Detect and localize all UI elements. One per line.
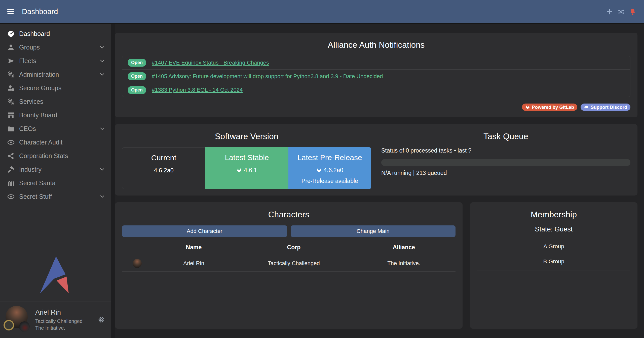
membership-group: B Group	[477, 255, 630, 270]
status-badge: Open	[128, 72, 146, 80]
sidebar-item-secret-santa[interactable]: Secret Santa	[0, 176, 111, 190]
software-version-title: Software Version	[122, 132, 371, 141]
user-alliance: The Initiative.	[35, 325, 83, 331]
status-badge: Open	[128, 59, 146, 67]
task-queue-status: Status of 0 processed tasks • last ?	[381, 147, 630, 154]
settings-gear-icon[interactable]	[98, 316, 105, 323]
sidebar-item-bounty-board[interactable]: Bounty Board	[0, 108, 111, 122]
chevron-down-icon	[99, 166, 105, 172]
change-main-button[interactable]: Change Main	[291, 225, 456, 237]
characters-panel: Characters Add Character Change Main Nam…	[115, 202, 463, 329]
support-discord-badge[interactable]: Support Discord	[581, 104, 630, 111]
sidebar: Dashboard Groups Fleets Administration	[0, 24, 111, 338]
gitlab-icon	[237, 168, 242, 173]
version-cards: Current 4.6.2a0 Latest Stable 4.6.1 Late…	[122, 147, 371, 189]
task-queue-progressbar	[381, 159, 630, 166]
menu-toggle-icon[interactable]	[7, 9, 14, 14]
gifts-icon	[7, 179, 15, 187]
character-alliance: The Initiative.	[352, 260, 456, 267]
alliance-auth-logo	[0, 256, 111, 296]
notification-link[interactable]: #1383 Python 3.8 EOL - 14 Oct 2024	[152, 87, 243, 93]
membership-state: State: Guest	[477, 225, 630, 233]
eye-icon	[7, 193, 15, 201]
notifications-title: Alliance Auth Notifications	[122, 40, 630, 50]
sidebar-item-ceos[interactable]: CEOs	[0, 122, 111, 135]
chevron-down-icon	[99, 126, 105, 132]
add-character-button[interactable]: Add Character	[122, 225, 287, 237]
corp-logo-badge	[4, 320, 14, 330]
character-corp: Tactically Challenged	[236, 260, 352, 267]
gitlab-icon	[316, 168, 322, 173]
version-taskqueue-panel: Software Version Current 4.6.2a0 Latest …	[115, 124, 637, 196]
sidebar-item-industry[interactable]: Industry	[0, 163, 111, 176]
navbar-actions	[606, 8, 644, 16]
character-name: Ariel Rin	[152, 260, 235, 267]
sidebar-item-administration[interactable]: Administration	[0, 68, 111, 81]
user-panel: Ariel Rin Tactically Challenged The Init…	[0, 302, 111, 338]
top-navbar: Dashboard	[0, 0, 644, 24]
task-queue-section: Task Queue Status of 0 processed tasks •…	[381, 130, 630, 189]
hammer-icon	[7, 166, 15, 173]
version-card-latest-stable: Latest Stable 4.6.1	[205, 147, 288, 189]
sidebar-item-character-audit[interactable]: Character Audit	[0, 135, 111, 149]
sidebar-item-fleets[interactable]: Fleets	[0, 54, 111, 68]
paper-plane-icon	[7, 57, 15, 65]
version-card-current: Current 4.6.2a0	[122, 147, 205, 189]
main-content: Alliance Auth Notifications Open #1407 E…	[115, 24, 644, 338]
character-portrait	[133, 259, 142, 268]
membership-panel: Membership State: Guest A Group B Group	[470, 202, 637, 329]
notifications-bell-icon[interactable]	[629, 8, 636, 16]
status-badge: Open	[128, 86, 146, 94]
sidebar-menu: Dashboard Groups Fleets Administration	[0, 24, 111, 203]
sidebar-item-groups[interactable]: Groups	[0, 40, 111, 54]
gauge-icon	[7, 30, 15, 38]
chevron-down-icon	[99, 44, 105, 50]
gears-icon	[7, 98, 15, 106]
chevron-down-icon	[99, 71, 105, 77]
alliance-column-header: Alliance	[352, 244, 456, 251]
user-corp: Tactically Challenged	[35, 318, 83, 325]
sidebar-item-services[interactable]: Services	[0, 95, 111, 108]
notification-row: Open #1407 EVE Equinox Status - Breaking…	[122, 56, 630, 70]
folder-icon	[7, 125, 15, 133]
corp-column-header: Corp	[236, 244, 352, 251]
alliance-logo-badge	[19, 321, 30, 332]
sidebar-item-dashboard[interactable]: Dashboard	[0, 27, 111, 40]
share-nodes-icon	[7, 152, 15, 160]
add-icon[interactable]	[606, 8, 613, 15]
characters-title: Characters	[122, 210, 456, 219]
notification-row: Open #1405 Advisory: Future development …	[122, 70, 630, 83]
user-lock-icon	[7, 84, 15, 92]
membership-title: Membership	[477, 210, 630, 219]
user-info: Ariel Rin Tactically Challenged The Init…	[35, 308, 83, 331]
task-queue-counts: N/A running | 213 queued	[381, 170, 630, 176]
store-icon	[7, 111, 15, 119]
sidebar-scroll-gutter[interactable]	[111, 24, 115, 338]
version-card-latest-pre-release: Latest Pre-Release 4.6.2a0 Pre-Release a…	[288, 147, 371, 189]
notification-link[interactable]: #1407 EVE Equinox Status - Breaking Chan…	[152, 60, 269, 66]
eye-icon	[7, 138, 15, 146]
notification-row: Open #1383 Python 3.8 EOL - 14 Oct 2024	[122, 83, 630, 97]
characters-table: Name Corp Alliance Ariel Rin Tactically …	[122, 244, 456, 272]
notifications-list: Open #1407 EVE Equinox Status - Breaking…	[122, 56, 630, 97]
software-version-section: Software Version Current 4.6.2a0 Latest …	[122, 130, 381, 189]
user-avatar-stack	[4, 306, 32, 333]
alliance-auth-app: Dashboard Dashboard Groups	[0, 0, 644, 338]
gears-icon	[7, 71, 15, 78]
footer-badges: Powered by GitLab Support Discord	[122, 104, 630, 111]
notifications-panel: Alliance Auth Notifications Open #1407 E…	[115, 33, 637, 117]
notification-link[interactable]: #1405 Advisory: Future development will …	[152, 73, 383, 80]
chevron-down-icon	[99, 58, 105, 64]
shuffle-icon[interactable]	[617, 8, 625, 15]
page-title: Dashboard	[22, 8, 58, 16]
user-name: Ariel Rin	[35, 308, 83, 317]
sidebar-item-corporation-stats[interactable]: Corporation Stats	[0, 149, 111, 163]
sidebar-item-secure-groups[interactable]: Secure Groups	[0, 81, 111, 95]
task-queue-title: Task Queue	[381, 132, 630, 141]
sidebar-item-secret-stuff[interactable]: Secret Stuff	[0, 190, 111, 203]
powered-by-gitlab-badge[interactable]: Powered by GitLab	[522, 104, 578, 111]
discord-icon	[584, 105, 589, 110]
user-icon	[7, 43, 15, 51]
chevron-down-icon	[99, 194, 105, 200]
gitlab-icon	[525, 105, 530, 110]
